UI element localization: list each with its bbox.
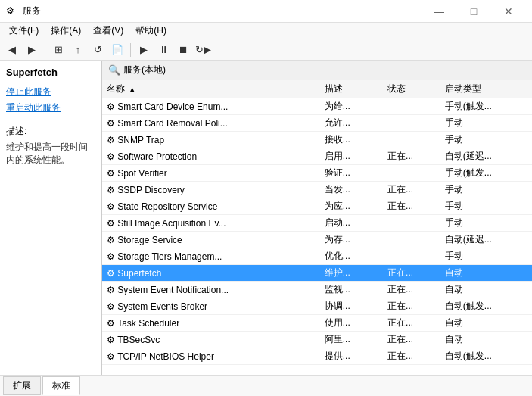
col-header-desc[interactable]: 描述	[320, 80, 383, 98]
service-startup-cell: 手动	[440, 115, 532, 132]
menu-item-帮助(H)[interactable]: 帮助(H)	[129, 23, 173, 39]
menu-item-查看(V)[interactable]: 查看(V)	[87, 23, 129, 39]
forward-button[interactable]: ▶	[23, 42, 41, 58]
service-desc-cell: 为给...	[320, 98, 383, 115]
window-title: 服务	[23, 5, 41, 17]
menu-item-操作(A)[interactable]: 操作(A)	[45, 23, 87, 39]
service-desc-cell: 使用...	[320, 315, 383, 332]
pause-button[interactable]: ⏸	[154, 42, 173, 58]
service-status-cell: 正在...	[383, 182, 440, 198]
service-name-cell: ⚙ Task Scheduler	[102, 315, 320, 332]
table-row[interactable]: ⚙ Smart Card Device Enum...为给...手动(触发...	[102, 98, 532, 115]
service-name-cell: ⚙ TCP/IP NetBIOS Helper	[102, 348, 320, 365]
service-status-cell: 正在...	[383, 198, 440, 215]
close-button[interactable]: ✕	[491, 0, 526, 23]
service-name-cell: ⚙ Spot Verifier	[102, 165, 320, 182]
service-status-cell: 正在...	[383, 348, 440, 365]
service-status-cell	[383, 132, 440, 148]
desc-text: 维护和提高一段时间内的系统性能。	[6, 141, 95, 167]
service-desc-cell: 启动...	[320, 215, 383, 232]
service-status-cell	[383, 165, 440, 182]
service-desc-cell: 监视...	[320, 282, 383, 298]
service-startup-cell: 自动	[440, 282, 532, 298]
toolbar: ◀ ▶ ⊞ ↑ ↺ 📄 ▶ ⏸ ⏹ ↻▶	[0, 39, 532, 61]
refresh-button[interactable]: ↺	[89, 42, 107, 58]
stop-button[interactable]: ⏹	[174, 42, 192, 58]
service-startup-cell: 自动(延迟...	[440, 232, 532, 248]
service-name-cell: ⚙ Still Image Acquisition Ev...	[102, 215, 320, 232]
service-desc-cell: 优化...	[320, 248, 383, 265]
services-table-container[interactable]: 名称 ▲ 描述 状态 启动类型	[102, 80, 532, 375]
service-status-cell	[383, 98, 440, 115]
status-bar: 扩展 标准	[0, 375, 532, 396]
table-row[interactable]: ⚙ Storage Service为存...自动(延迟...	[102, 232, 532, 248]
minimize-button[interactable]: —	[422, 0, 456, 23]
service-startup-cell: 自动(延迟...	[440, 148, 532, 165]
maximize-button[interactable]: □	[456, 0, 491, 23]
table-row[interactable]: ⚙ SNMP Trap接收...手动	[102, 132, 532, 148]
service-name-cell: ⚙ System Event Notification...	[102, 282, 320, 298]
table-row[interactable]: ⚙ Still Image Acquisition Ev...启动...手动	[102, 215, 532, 232]
menu-item-文件(F)[interactable]: 文件(F)	[3, 23, 45, 39]
panel-header-text: 服务(本地)	[123, 64, 166, 76]
stop-service-link[interactable]: 停止此服务	[6, 86, 95, 98]
service-name-cell: ⚙ Storage Service	[102, 232, 320, 248]
up-button[interactable]: ↑	[69, 42, 87, 58]
restart-button[interactable]: ↻▶	[194, 42, 212, 58]
table-row[interactable]: ⚙ State Repository Service为应...正在...手动	[102, 198, 532, 215]
col-header-name[interactable]: 名称 ▲	[102, 80, 320, 98]
title-controls: — □ ✕	[422, 0, 526, 23]
service-startup-cell: 手动(触发...	[440, 165, 532, 182]
table-row[interactable]: ⚙ TCP/IP NetBIOS Helper提供...正在...自动(触发..…	[102, 348, 532, 365]
export-button[interactable]: 📄	[108, 42, 126, 58]
back-button[interactable]: ◀	[3, 42, 21, 58]
table-header-row: 名称 ▲ 描述 状态 启动类型	[102, 80, 532, 98]
services-table: 名称 ▲ 描述 状态 启动类型	[102, 80, 532, 365]
title-bar-left: ⚙ 服务	[6, 5, 41, 17]
table-row[interactable]: ⚙ TBSecSvc阿里...正在...自动	[102, 332, 532, 348]
table-row[interactable]: ⚙ Storage Tiers Managem...优化...手动	[102, 248, 532, 265]
service-startup-cell: 手动	[440, 182, 532, 198]
service-startup-cell: 自动(触发...	[440, 298, 532, 315]
service-name-cell: ⚙ State Repository Service	[102, 198, 320, 215]
service-status-cell: 正在...	[383, 315, 440, 332]
service-desc-cell: 接收...	[320, 132, 383, 148]
service-name-cell: ⚙ SNMP Trap	[102, 132, 320, 148]
col-header-status[interactable]: 状态	[383, 80, 440, 98]
service-desc-cell: 提供...	[320, 348, 383, 365]
service-startup-cell: 自动	[440, 332, 532, 348]
service-name-cell: ⚙ Superfetch	[102, 265, 320, 282]
service-name-cell: ⚙ System Events Broker	[102, 298, 320, 315]
table-row[interactable]: ⚙ Spot Verifier验证...手动(触发...	[102, 165, 532, 182]
app-icon: ⚙	[6, 5, 18, 17]
table-row[interactable]: ⚙ Task Scheduler使用...正在...自动	[102, 315, 532, 332]
service-desc-cell: 验证...	[320, 165, 383, 182]
service-status-cell	[383, 215, 440, 232]
play-button[interactable]: ▶	[135, 42, 153, 58]
service-status-cell: 正在...	[383, 282, 440, 298]
show-scope-button[interactable]: ⊞	[49, 42, 67, 58]
service-desc-cell: 当发...	[320, 182, 383, 198]
service-name-cell: ⚙ TBSecSvc	[102, 332, 320, 348]
table-row[interactable]: ⚙ Superfetch维护...正在...自动	[102, 265, 532, 282]
service-status-cell	[383, 115, 440, 132]
tab-expand[interactable]: 扩展	[3, 376, 41, 395]
service-startup-cell: 自动(触发...	[440, 348, 532, 365]
table-row[interactable]: ⚙ Software Protection启用...正在...自动(延迟...	[102, 148, 532, 165]
col-header-startup[interactable]: 启动类型	[440, 80, 532, 98]
service-name-cell: ⚙ SSDP Discovery	[102, 182, 320, 198]
service-name-cell: ⚙ Software Protection	[102, 148, 320, 165]
panel-header-icon: 🔍	[108, 64, 120, 76]
restart-service-link[interactable]: 重启动此服务	[6, 101, 95, 114]
service-startup-cell: 手动	[440, 132, 532, 148]
service-desc-cell: 启用...	[320, 148, 383, 165]
table-row[interactable]: ⚙ SSDP Discovery当发...正在...手动	[102, 182, 532, 198]
service-name: Superfetch	[6, 67, 95, 78]
service-name-cell: ⚙ Smart Card Removal Poli...	[102, 115, 320, 132]
tab-standard[interactable]: 标准	[42, 376, 80, 395]
table-row[interactable]: ⚙ System Events Broker协调...正在...自动(触发...	[102, 298, 532, 315]
service-desc-cell: 为应...	[320, 198, 383, 215]
service-name-cell: ⚙ Smart Card Device Enum...	[102, 98, 320, 115]
table-row[interactable]: ⚙ Smart Card Removal Poli...允许...手动	[102, 115, 532, 132]
table-row[interactable]: ⚙ System Event Notification...监视...正在...…	[102, 282, 532, 298]
